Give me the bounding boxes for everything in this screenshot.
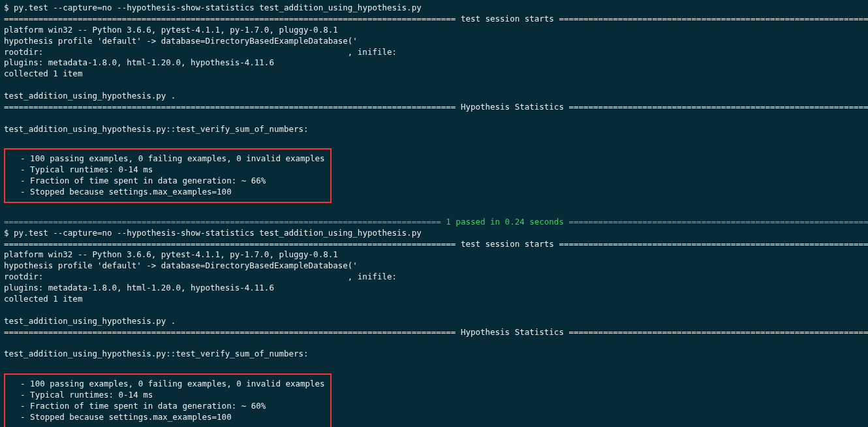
- blank-line: [4, 80, 864, 91]
- collected-line: collected 1 item: [4, 69, 864, 80]
- blank-line: [4, 135, 864, 146]
- test-name-line: test_addition_using_hypothesis.py::test_…: [4, 124, 864, 135]
- blank-line: [4, 360, 864, 371]
- plugins-line: plugins: metadata-1.8.0, html-1.20.0, hy…: [4, 283, 864, 294]
- result-line: ========================================…: [4, 217, 864, 228]
- session-header: ========================================…: [4, 239, 864, 250]
- plugins-line: plugins: metadata-1.8.0, html-1.20.0, hy…: [4, 57, 864, 69]
- prompt-symbol: $: [4, 228, 14, 238]
- prompt-symbol: $: [4, 3, 14, 12]
- blank-line: [4, 113, 864, 124]
- stat-runtimes: - Typical runtimes: 0-14 ms: [10, 165, 325, 176]
- command-line[interactable]: $ py.test --capture=no --hypothesis-show…: [4, 228, 864, 239]
- session-header: ========================================…: [4, 14, 864, 25]
- platform-line: platform win32 -- Python 3.6.6, pytest-4…: [4, 25, 864, 36]
- test-progress-line: test_addition_using_hypothesis.py .: [4, 91, 864, 102]
- stats-highlight-box: - 100 passing examples, 0 failing exampl…: [4, 148, 332, 203]
- test-progress-line: test_addition_using_hypothesis.py .: [4, 316, 864, 327]
- stats-header: ========================================…: [4, 327, 864, 338]
- stat-passing: - 100 passing examples, 0 failing exampl…: [10, 153, 325, 165]
- blank-line: [4, 305, 864, 316]
- stat-fraction: - Fraction of time spent in data generat…: [10, 401, 325, 412]
- stat-stopped: - Stopped because settings.max_examples=…: [10, 187, 325, 198]
- hypothesis-profile-line: hypothesis profile 'default' -> database…: [4, 36, 864, 47]
- blank-line: [4, 206, 864, 217]
- rootdir-line: rootdir: , inifile:: [4, 47, 864, 58]
- command-line[interactable]: $ py.test --capture=no --hypothesis-show…: [4, 3, 864, 14]
- stat-fraction: - Fraction of time spent in data generat…: [10, 176, 325, 187]
- collected-line: collected 1 item: [4, 294, 864, 305]
- stat-runtimes: - Typical runtimes: 0-14 ms: [10, 390, 325, 401]
- stat-stopped: - Stopped because settings.max_examples=…: [10, 412, 325, 423]
- platform-line: platform win32 -- Python 3.6.6, pytest-4…: [4, 249, 864, 261]
- command-text: py.test --capture=no --hypothesis-show-s…: [14, 228, 422, 238]
- blank-line: [4, 338, 864, 349]
- test-name-line: test_addition_using_hypothesis.py::test_…: [4, 349, 864, 360]
- hypothesis-profile-line: hypothesis profile 'default' -> database…: [4, 261, 864, 272]
- rootdir-line: rootdir: , inifile:: [4, 272, 864, 283]
- stats-highlight-box: - 100 passing examples, 0 failing exampl…: [4, 373, 332, 427]
- terminal-run-2: $ py.test --capture=no --hypothesis-show…: [4, 228, 864, 427]
- command-text: py.test --capture=no --hypothesis-show-s…: [14, 3, 422, 12]
- stat-passing: - 100 passing examples, 0 failing exampl…: [10, 379, 325, 390]
- terminal-run-1: $ py.test --capture=no --hypothesis-show…: [4, 3, 864, 228]
- stats-header: ========================================…: [4, 102, 864, 113]
